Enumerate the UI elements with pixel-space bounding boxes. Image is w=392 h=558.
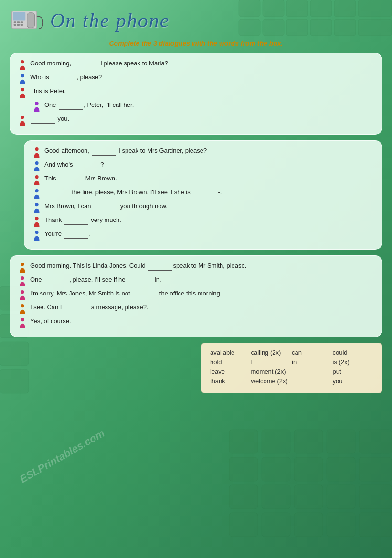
- person-icon-blue: [19, 74, 26, 84]
- word-row-2: hold I in is (2x): [210, 358, 373, 366]
- svg-rect-13: [229, 430, 258, 453]
- blank: [94, 202, 117, 211]
- svg-rect-18: [229, 457, 258, 481]
- subtitle: Complete the 3 dialogues with the words …: [10, 40, 382, 47]
- dialogue-2-line-7: You're .: [33, 230, 373, 241]
- svg-rect-27: [359, 485, 392, 509]
- dialogue-2-line-4: the line, please, Mrs Brown, I'll see if…: [33, 188, 373, 199]
- word-cell: I: [251, 358, 292, 366]
- line-text: Good afternoon, I speak to Mrs Gardner, …: [44, 147, 373, 156]
- blank: [75, 160, 99, 169]
- svg-point-56: [35, 217, 38, 220]
- blank: [44, 275, 68, 284]
- svg-rect-39: [14, 21, 16, 23]
- svg-rect-42: [14, 24, 16, 26]
- svg-rect-45: [27, 13, 35, 28]
- person-icon-red: [33, 147, 41, 158]
- line-text: the line, please, Mrs Brown, I'll see if…: [44, 188, 373, 197]
- word-cell: thank: [210, 378, 251, 385]
- svg-point-49: [35, 102, 38, 105]
- word-cell: [292, 378, 333, 385]
- word-cell: [292, 368, 333, 375]
- svg-rect-28: [229, 513, 258, 537]
- dialogue-1: Good morning, I please speak to Maria? W…: [10, 53, 382, 135]
- person-icon-pink: [19, 276, 26, 286]
- blank: [64, 216, 88, 225]
- svg-rect-14: [262, 430, 290, 453]
- person-icon-red: [19, 87, 26, 98]
- word-row-1: available calling (2x) can could: [210, 349, 373, 356]
- svg-point-55: [35, 203, 38, 206]
- line-text: I see. Can I a message, please?.: [30, 303, 373, 312]
- dialogue-3-line-5: Yes, of course.: [19, 317, 373, 328]
- word-cell: you: [333, 378, 374, 385]
- blank: [64, 303, 88, 312]
- dialogue-1-line-5: you.: [19, 115, 373, 126]
- person-icon-blue: [33, 230, 41, 241]
- page-title: On the phone: [50, 9, 170, 32]
- svg-rect-38: [13, 12, 25, 21]
- dialogue-1-line-1: Good morning, I please speak to Maria?: [19, 59, 373, 70]
- svg-point-62: [21, 318, 24, 321]
- dialogue-1-line-4: One , Peter, I'll call her.: [19, 101, 373, 112]
- word-cell: could: [333, 349, 374, 356]
- dialogue-3-line-4: I see. Can I a message, please?.: [19, 303, 373, 314]
- svg-point-54: [35, 189, 38, 192]
- svg-rect-21: [327, 457, 355, 481]
- word-cell: can: [292, 349, 333, 356]
- dialogue-1-line-3: This is Peter.: [19, 87, 373, 98]
- word-cell: in: [292, 358, 333, 366]
- blank: [45, 188, 69, 197]
- line-text: This Mrs Brown.: [44, 174, 373, 183]
- word-cell: moment (2x): [251, 368, 292, 375]
- svg-rect-20: [294, 457, 323, 481]
- blank: [133, 289, 157, 298]
- dialogue-3-line-2: One , please, I'll see if he in.: [19, 275, 373, 286]
- svg-point-58: [21, 263, 24, 266]
- line-text: you.: [30, 115, 373, 124]
- word-cell: is (2x): [333, 358, 374, 366]
- person-icon-red: [19, 115, 26, 126]
- word-row-3: leave moment (2x) put: [210, 368, 373, 375]
- svg-rect-41: [21, 21, 23, 23]
- line-text: One , Peter, I'll call her.: [44, 101, 373, 110]
- dialogue-2-line-5: Mrs Brown, I can you through now.: [33, 202, 373, 213]
- svg-rect-43: [17, 24, 20, 26]
- blank: [148, 262, 172, 271]
- dialogue-2-line-3: This Mrs Brown.: [33, 174, 373, 185]
- blank: [128, 275, 152, 284]
- svg-rect-26: [327, 485, 355, 509]
- line-text: This is Peter.: [30, 87, 373, 95]
- person-icon-blue: [33, 202, 41, 213]
- svg-rect-25: [294, 485, 323, 509]
- person-icon-red: [33, 216, 41, 227]
- line-text: Good morning. This is Linda Jones. Could…: [30, 262, 373, 271]
- word-box: available calling (2x) can could hold I …: [201, 343, 382, 393]
- svg-point-60: [21, 290, 24, 294]
- line-text: You're .: [44, 230, 373, 239]
- word-cell: calling (2x): [251, 349, 292, 356]
- blank: [193, 188, 217, 197]
- word-cell: welcome (2x): [251, 378, 292, 385]
- person-icon-pink: [19, 290, 26, 300]
- dialogue-1-line-2: Who is , please?: [19, 73, 373, 84]
- svg-rect-15: [294, 430, 323, 453]
- line-text: Good morning, I please speak to Maria?: [30, 59, 373, 68]
- dialogue-2-line-2: And who's ?: [33, 160, 373, 171]
- svg-rect-23: [229, 485, 258, 509]
- dialogue-2-line-6: Thank very much.: [33, 216, 373, 227]
- header: On the phone: [10, 5, 382, 36]
- svg-point-47: [21, 74, 24, 77]
- person-icon-blue: [33, 189, 41, 199]
- svg-rect-29: [262, 513, 290, 537]
- person-icon-blue: [33, 161, 41, 171]
- svg-point-59: [21, 276, 24, 280]
- person-icon-purple: [33, 101, 41, 112]
- word-cell: available: [210, 349, 251, 356]
- word-cell: leave: [210, 368, 251, 375]
- svg-rect-19: [262, 457, 290, 481]
- blank: [59, 174, 83, 183]
- svg-rect-40: [17, 21, 20, 23]
- svg-point-48: [21, 88, 24, 91]
- blank: [64, 230, 88, 239]
